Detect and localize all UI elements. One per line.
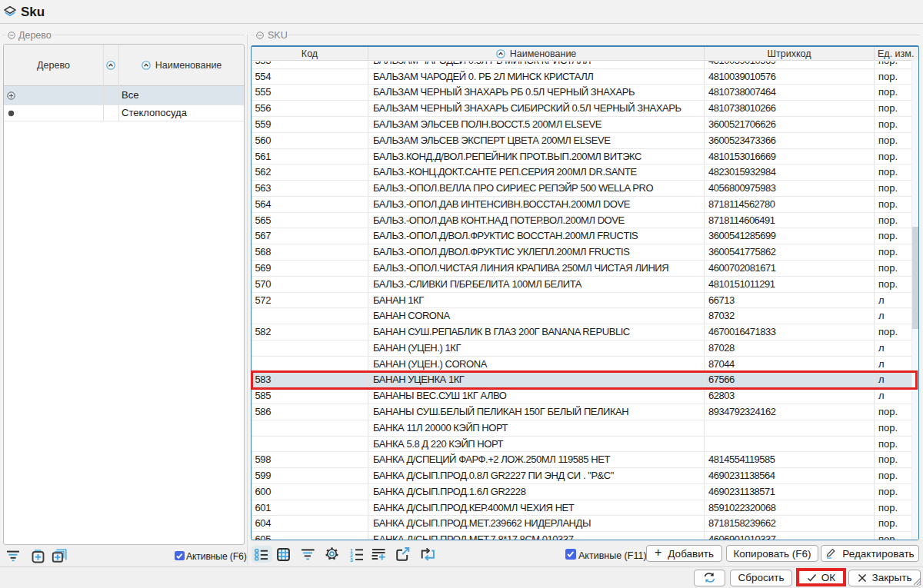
svg-text:3: 3 bbox=[350, 557, 353, 562]
